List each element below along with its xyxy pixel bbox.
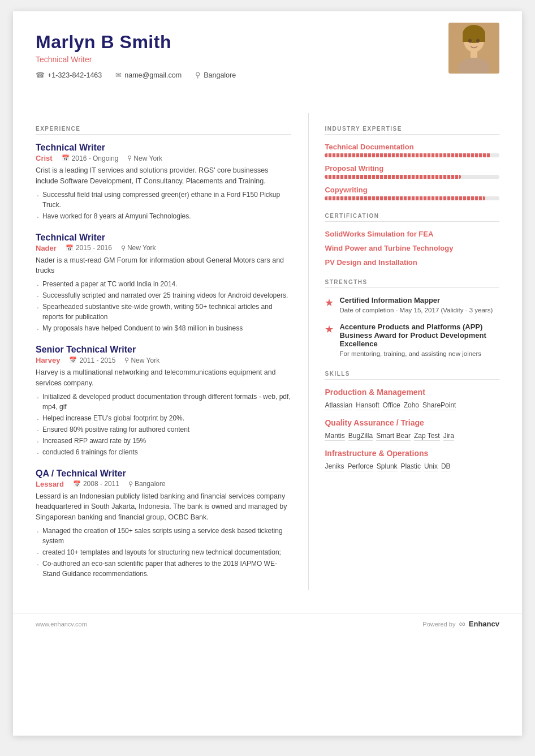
location-contact: ⚲ Bangalore — [195, 71, 236, 79]
bullet-item: Presented a paper at TC world India in 2… — [36, 279, 291, 289]
header: Marlyn B Smith Technical Writer ☎ +1-323… — [13, 11, 522, 91]
exp-bullets: Successful field trial using compressed … — [36, 190, 291, 221]
location-value: Bangalore — [204, 71, 236, 79]
skill-bar-fill — [325, 175, 461, 179]
bullet-item: conducted 6 trainings for clients — [36, 447, 291, 457]
experience-item-2: Senior Technical Writer Harvey 📅 2011 - … — [36, 345, 291, 457]
cert-item-2[interactable]: PV Design and Installation — [325, 258, 499, 267]
exp-description: Lessard is an Indonesian publicly listed… — [36, 491, 291, 523]
experience-item-0: Technical Writer Crist 📅 2016 - Ongoing … — [36, 143, 291, 221]
bullet-item: Co-authored an eco-san scientific paper … — [36, 559, 291, 579]
svg-rect-4 — [471, 51, 477, 59]
industry-label: Proposal Writing — [325, 164, 499, 173]
industry-section-title: INDUSTRY EXPERTISE — [325, 126, 499, 135]
skill-tag: BugZilla — [348, 432, 373, 441]
skill-tag: Jeniks — [325, 462, 344, 471]
experience-item-3: QA / Technical Writer Lessard 📅 2008 - 2… — [36, 469, 291, 579]
bullet-item: Managed the creation of 150+ sales scrip… — [36, 526, 291, 546]
exp-description: Nader is a must-read GM Forum for inform… — [36, 255, 291, 277]
skill-category-title: Production & Management — [325, 388, 499, 397]
skill-tag: Plastic — [401, 462, 421, 471]
left-column: EXPERIENCE Technical Writer Crist 📅 2016… — [36, 113, 309, 590]
exp-bullets: Managed the creation of 150+ sales scrip… — [36, 526, 291, 579]
pin-icon: ⚲ — [127, 154, 132, 162]
industry-item-0: Technical Documentation — [325, 143, 499, 157]
enhancv-icon: ∞ — [459, 619, 465, 629]
exp-role: Technical Writer — [36, 233, 291, 243]
skill-category-title: Infrastructure & Operations — [325, 449, 499, 458]
strength-desc: For mentoring, training, and assisting n… — [339, 349, 499, 358]
phone-contact: ☎ +1-323-842-1463 — [36, 71, 102, 79]
skills-tags: AtlassianHansoftOfficeZohoSharePoint — [325, 401, 499, 410]
skill-bar-track — [325, 153, 499, 157]
contact-info: ☎ +1-323-842-1463 ✉ name@gmail.com ⚲ Ban… — [36, 71, 499, 79]
exp-company: Nader — [36, 244, 57, 252]
exp-company: Lessard — [36, 480, 64, 488]
skill-tag: Zoho — [404, 401, 419, 410]
bullet-item: created 10+ templates and layouts for st… — [36, 547, 291, 557]
skill-tag: Unix — [424, 462, 438, 471]
exp-role: Senior Technical Writer — [36, 345, 291, 355]
footer: www.enhancv.com Powered by ∞ Enhancv — [13, 613, 522, 635]
bullet-item: Successfully scripted and narrated over … — [36, 290, 291, 300]
exp-location: ⚲ New York — [121, 244, 156, 252]
exp-role: QA / Technical Writer — [36, 469, 291, 479]
candidate-name: Marlyn B Smith — [36, 32, 499, 53]
calendar-icon: 📅 — [66, 244, 74, 252]
profile-photo — [448, 23, 499, 74]
exp-bullets: Initialized & developed product document… — [36, 392, 291, 457]
svg-point-7 — [476, 39, 480, 43]
skill-tag: DB — [441, 462, 451, 471]
exp-meta: Harvey 📅 2011 - 2015 ⚲ New York — [36, 356, 291, 364]
industry-item-1: Proposal Writing — [325, 164, 499, 179]
skill-tag: Jira — [443, 432, 454, 441]
pin-icon: ⚲ — [124, 356, 129, 364]
skill-tag: Splunk — [377, 462, 398, 471]
photo-placeholder — [448, 23, 499, 74]
strength-content: Accenture Products and Platforms (APP) B… — [339, 323, 499, 358]
cert-item-0[interactable]: SolidWorks Simulation for FEA — [325, 230, 499, 238]
skills-tags: JeniksPerforceSplunkPlasticUnixDB — [325, 462, 499, 471]
experience-container: Technical Writer Crist 📅 2016 - Ongoing … — [36, 143, 291, 579]
exp-dates: 📅 2016 - Ongoing — [62, 154, 119, 162]
strength-title: Certified Information Mapper — [339, 296, 493, 304]
skills-section-title: SKILLS — [325, 371, 499, 380]
industry-label: Technical Documentation — [325, 143, 499, 151]
industry-container: Technical Documentation Proposal Writing… — [325, 143, 499, 200]
cert-container: SolidWorks Simulation for FEAWind Power … — [325, 230, 499, 267]
exp-description: Harvey is a multinational networking and… — [36, 367, 291, 389]
email-contact: ✉ name@gmail.com — [115, 71, 182, 79]
exp-location: ⚲ New York — [127, 154, 162, 162]
exp-company: Harvey — [36, 356, 60, 364]
exp-dates: 📅 2011 - 2015 — [69, 356, 115, 364]
strength-desc: Date of completion - May 15, 2017 (Valid… — [339, 306, 493, 315]
skill-bar-fill — [325, 153, 490, 157]
bullet-item: Successful field trial using compressed … — [36, 190, 291, 210]
skill-tag: Atlassian — [325, 401, 352, 410]
exp-location: ⚲ Bangalore — [128, 480, 166, 488]
cert-item-1[interactable]: Wind Power and Turbine Technology — [325, 244, 499, 252]
calendar-icon: 📅 — [73, 480, 81, 488]
skill-tag: SharePoint — [422, 401, 456, 410]
experience-item-1: Technical Writer Nader 📅 2015 - 2016 ⚲ N… — [36, 233, 291, 334]
skill-category-0: Production & Management AtlassianHansoft… — [325, 388, 499, 410]
bullet-item: Increased RFP award rate by 15% — [36, 436, 291, 446]
exp-location: ⚲ New York — [124, 356, 159, 364]
phone-value: +1-323-842-1463 — [48, 71, 102, 79]
resume-body: EXPERIENCE Technical Writer Crist 📅 2016… — [13, 91, 522, 613]
exp-description: Crist is a leading IT services and solut… — [36, 165, 291, 187]
skill-category-2: Infrastructure & Operations JeniksPerfor… — [325, 449, 499, 471]
skill-tag: Zap Test — [414, 432, 440, 441]
exp-role: Technical Writer — [36, 143, 291, 153]
strengths-container: ★ Certified Information Mapper Date of c… — [325, 296, 499, 358]
industry-label: Copywriting — [325, 186, 499, 194]
skill-tag: Smart Bear — [376, 432, 411, 441]
calendar-icon: 📅 — [62, 154, 70, 162]
skills-tags: MantisBugZillaSmart BearZap TestJira — [325, 432, 499, 441]
exp-dates: 📅 2015 - 2016 — [66, 244, 112, 252]
skill-tag: Perforce — [348, 462, 373, 471]
resume-page: Marlyn B Smith Technical Writer ☎ +1-323… — [13, 11, 522, 736]
phone-icon: ☎ — [36, 71, 45, 79]
brand-name: Enhancv — [469, 620, 499, 628]
skill-category-title: Quality Assurance / Triage — [325, 418, 499, 427]
